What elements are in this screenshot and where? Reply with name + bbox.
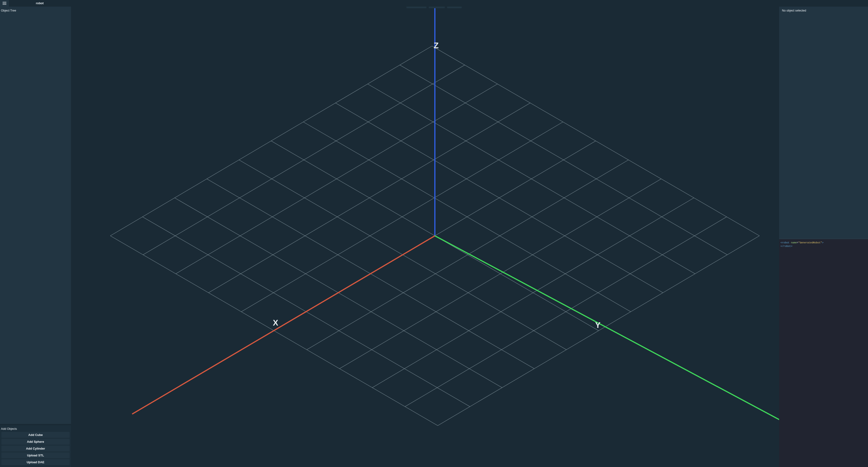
add-sphere-button[interactable]: Add Sphere [1, 439, 70, 445]
object-tree-header: Object Tree [1, 8, 70, 13]
object-parameters-empty: No object selected [782, 9, 865, 12]
svg-line-13 [307, 160, 628, 350]
add-objects-header: Add Objects [0, 426, 71, 432]
axis-label-y: Y [595, 321, 600, 329]
upload-dae-button[interactable]: Upload DAE [1, 459, 70, 465]
code-panel[interactable]: <robot name="GeneratedRobot"> </robot> [779, 238, 868, 467]
code-output: <robot name="GeneratedRobot"> </robot> [780, 241, 867, 248]
project-name-input[interactable] [9, 0, 70, 6]
hamburger-icon [2, 2, 7, 5]
right-panel: Object Parameters No object selected <ro… [779, 0, 868, 467]
axis-label-z: Z [434, 41, 439, 50]
topbar [0, 0, 868, 7]
svg-line-21 [438, 236, 760, 426]
svg-line-15 [340, 179, 661, 369]
add-objects-panel: Add Objects Add Cube Add Sphere Add Cyli… [0, 424, 71, 467]
viewport-3d[interactable]: Z X Y [0, 0, 868, 467]
menu-button[interactable] [0, 0, 9, 7]
object-parameters-panel: Object Parameters No object selected [779, 0, 868, 238]
add-cube-button[interactable]: Add Cube [1, 432, 70, 438]
axis-label-x: X [273, 318, 278, 327]
add-cylinder-button[interactable]: Add Cylinder [1, 445, 70, 451]
upload-stl-button[interactable]: Upload STL [1, 453, 70, 458]
svg-line-17 [372, 198, 694, 388]
left-panel: Object Tree Add Objects Add Cube Add Sph… [0, 7, 71, 467]
svg-line-23 [132, 236, 435, 414]
object-tree-panel[interactable]: Object Tree [0, 7, 71, 424]
